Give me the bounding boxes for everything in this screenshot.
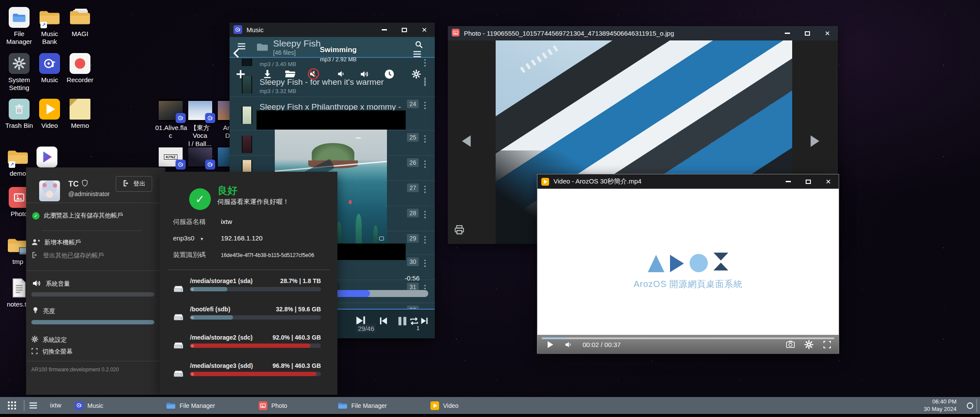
kebab-icon[interactable] — [424, 101, 426, 111]
track-number-badge: 29 — [407, 234, 419, 243]
video-titlebar[interactable]: Video - ArozOS 30秒簡介.mp4 ✕ — [537, 174, 839, 189]
kebab-icon[interactable] — [424, 259, 426, 269]
toggle-fullscreen-item[interactable]: 切換全螢幕 — [31, 348, 73, 356]
video-seek-bar[interactable] — [542, 337, 834, 339]
interface-dropdown[interactable]: enp3s0 ▾ — [173, 234, 203, 242]
system-setting-item[interactable]: 系統設定 — [31, 336, 67, 344]
open-folder-icon[interactable] — [283, 67, 297, 80]
track-thumbnail — [242, 107, 252, 124]
kebab-icon[interactable] — [424, 78, 426, 88]
kebab-icon[interactable] — [424, 210, 426, 220]
minimize-button[interactable] — [784, 30, 791, 37]
music-file-badge-icon — [176, 113, 186, 123]
desktop-icon-label: Memo — [64, 122, 96, 130]
track-thumbnail — [242, 136, 252, 153]
pause-icon[interactable] — [397, 316, 408, 327]
maximize-button[interactable] — [805, 178, 812, 185]
media-file-icon[interactable]: KI'NZ — [159, 146, 183, 168]
back-icon[interactable] — [230, 47, 243, 60]
taskbar-item-label: Photo — [271, 402, 287, 409]
taskbar-menu-icon[interactable] — [29, 401, 38, 412]
kebab-icon[interactable] — [424, 135, 426, 145]
music-titlebar[interactable]: Music ✕ — [230, 23, 435, 37]
next-photo-icon[interactable] — [810, 134, 821, 150]
close-button[interactable]: ✕ — [824, 30, 831, 37]
desktop-icon-8-video-app[interactable]: Video — [34, 99, 65, 130]
download-icon[interactable] — [261, 67, 274, 80]
photo-titlebar[interactable]: Photo - 119065550_10157744569721304_4713… — [448, 26, 838, 40]
taskbar-item-file-manager[interactable]: File Manager — [338, 397, 387, 414]
desktop-icon-label: MAGI — [64, 30, 96, 38]
sort-menu-icon[interactable] — [410, 47, 423, 60]
taskbar-item-music[interactable]: Music — [75, 397, 103, 414]
minimize-button[interactable] — [381, 27, 388, 33]
play-icon[interactable] — [543, 337, 557, 352]
taskbar-item-video[interactable]: Video — [430, 397, 459, 414]
taskbar-item-photo[interactable]: Photo — [259, 397, 287, 414]
dragging-track-title: Swimming — [299, 46, 377, 54]
volume-slider[interactable] — [31, 292, 154, 297]
storage-usage: 32.8% | 59.6 GB — [255, 306, 321, 313]
desktop-icon-label: Music — [34, 76, 65, 84]
kebab-icon[interactable] — [424, 160, 426, 170]
storage-bar — [190, 315, 321, 320]
taskbar-clock[interactable]: 06:40 PM 30 May 2024 — [924, 398, 957, 413]
minimize-button[interactable] — [785, 178, 792, 185]
app-grid-icon[interactable] — [7, 400, 17, 412]
video-app-icon — [541, 178, 549, 186]
print-icon[interactable] — [453, 224, 465, 237]
maximize-button[interactable] — [401, 27, 408, 33]
media-file-icon[interactable] — [159, 100, 183, 121]
server-name-label: 伺服器名稱 — [173, 218, 206, 226]
taskbar-item-label: Music — [87, 402, 103, 409]
media-file-icon[interactable] — [188, 100, 212, 121]
skip-next-icon[interactable] — [420, 317, 429, 325]
video-body[interactable]: ArozOS 開源網頁桌面系統 00:02 / 00:37 — [537, 189, 839, 354]
kebab-icon[interactable] — [424, 59, 426, 69]
speaker-icon[interactable] — [561, 337, 576, 352]
settings-icon[interactable] — [801, 337, 816, 352]
track-number-badge: 26 — [407, 158, 419, 167]
snapshot-icon[interactable] — [783, 337, 798, 352]
kebab-icon[interactable] — [424, 236, 426, 246]
volume-down-icon[interactable] — [335, 67, 348, 80]
bottom-strip — [0, 414, 980, 417]
photo-app-icon — [452, 29, 460, 37]
desktop-icon-3-folder-stack[interactable]: MAGI — [64, 7, 96, 38]
avatar[interactable] — [39, 180, 60, 201]
power-icon[interactable] — [966, 402, 974, 411]
music-file-badge-icon — [205, 160, 215, 170]
close-button[interactable]: ✕ — [421, 27, 428, 33]
desktop-icon-11-media-player[interactable] — [31, 147, 63, 167]
media-file-icon[interactable] — [188, 146, 212, 168]
desktop-icon-1-file-manager[interactable]: File Manager — [3, 7, 35, 46]
maximize-button[interactable] — [804, 30, 811, 37]
desktop-icon-label: Recorder — [64, 76, 96, 84]
add-file-icon[interactable] — [234, 67, 247, 80]
brightness-slider[interactable] — [31, 320, 154, 324]
settings-icon[interactable] — [410, 67, 423, 80]
taskbar-item-file-manager[interactable]: File Manager — [166, 397, 215, 414]
desktop-icon-2-folder-shortcut[interactable]: ↗Music Bank — [34, 7, 65, 46]
desktop-icon-5-music-app[interactable]: Music — [34, 53, 65, 84]
bird — [356, 137, 361, 140]
history-icon[interactable] — [383, 67, 396, 80]
fullscreen-icon[interactable] — [820, 337, 834, 352]
mute-icon[interactable] — [307, 67, 320, 80]
logout-saved-accounts[interactable]: 登出其他已儲存的帳戶 — [31, 251, 104, 260]
kebab-icon[interactable] — [424, 185, 426, 195]
close-button[interactable]: ✕ — [825, 178, 832, 185]
hostname: ixtw — [50, 401, 61, 409]
brightness-icon — [32, 307, 39, 316]
desktop-icon-label: Video — [34, 122, 65, 130]
folder-icon — [256, 40, 269, 53]
desktop-icon-9-memo[interactable]: Memo — [64, 99, 96, 130]
skip-previous-icon[interactable] — [379, 316, 388, 326]
add-local-account[interactable]: 新增本機帳戶 — [31, 238, 81, 247]
desktop-icon-4-system-setting[interactable]: System Setting — [3, 53, 35, 92]
logout-button[interactable]: 登出 — [116, 176, 152, 192]
desktop-icon-6-recorder[interactable]: Recorder — [64, 53, 96, 84]
desktop-icon-7-trash[interactable]: Trash Bin — [3, 99, 35, 130]
prev-photo-icon[interactable] — [460, 134, 472, 150]
volume-up-icon[interactable] — [357, 67, 370, 80]
